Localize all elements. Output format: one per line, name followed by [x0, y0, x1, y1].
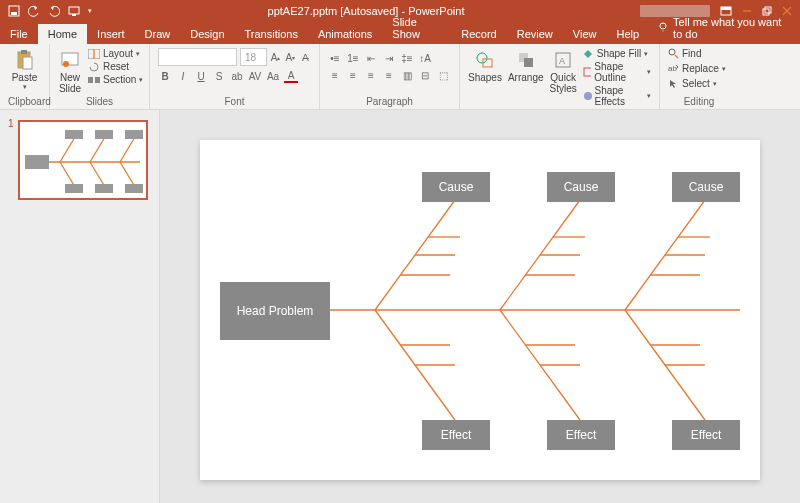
- align-right-icon[interactable]: ≡: [364, 68, 378, 82]
- change-case-icon[interactable]: Aa: [266, 69, 280, 83]
- arrange-icon: [514, 48, 538, 72]
- shadow-icon[interactable]: ab: [230, 69, 244, 83]
- font-label: Font: [158, 96, 311, 107]
- increase-font-icon[interactable]: A▴: [270, 50, 282, 64]
- layout-button[interactable]: Layout▾: [88, 48, 143, 59]
- align-text-icon[interactable]: ⊟: [418, 68, 432, 82]
- home-tab[interactable]: Home: [38, 24, 87, 44]
- new-slide-button[interactable]: New Slide: [58, 48, 82, 94]
- bullets-icon[interactable]: •≡: [328, 51, 342, 65]
- help-tab[interactable]: Help: [606, 24, 649, 44]
- slide[interactable]: Head Problem Cause Cause Cause Effect Ef…: [200, 140, 760, 480]
- section-button[interactable]: Section▾: [88, 74, 143, 85]
- replace-button[interactable]: abReplace▾: [668, 63, 730, 74]
- svg-rect-25: [524, 58, 533, 67]
- shape-effects-button[interactable]: Shape Effects▾: [583, 85, 651, 107]
- decrease-font-icon[interactable]: A▾: [284, 50, 296, 64]
- svg-text:A: A: [559, 56, 565, 66]
- reset-button[interactable]: Reset: [88, 61, 143, 72]
- insert-tab[interactable]: Insert: [87, 24, 135, 44]
- lightbulb-icon: [657, 21, 669, 35]
- paste-button[interactable]: Paste ▾: [8, 48, 41, 91]
- bold-icon[interactable]: B: [158, 69, 172, 83]
- shape-outline-button[interactable]: Shape Outline▾: [583, 61, 651, 83]
- animations-tab[interactable]: Animations: [308, 24, 382, 44]
- transitions-tab[interactable]: Transitions: [235, 24, 308, 44]
- cause-box-2[interactable]: Cause: [547, 172, 615, 202]
- select-icon: [668, 78, 679, 89]
- select-button[interactable]: Select▾: [668, 78, 730, 89]
- cause-text: Cause: [564, 180, 599, 194]
- reset-icon: [88, 62, 100, 72]
- font-family-combo[interactable]: [158, 48, 237, 66]
- effect-text: Effect: [691, 428, 721, 442]
- arrange-button[interactable]: Arrange: [508, 48, 544, 83]
- align-center-icon[interactable]: ≡: [346, 68, 360, 82]
- head-problem-text: Head Problem: [237, 304, 314, 318]
- start-from-beginning-icon[interactable]: [68, 5, 80, 17]
- svg-rect-28: [584, 68, 592, 76]
- slide-canvas-area[interactable]: Head Problem Cause Cause Cause Effect Ef…: [160, 110, 800, 503]
- svg-rect-1: [11, 12, 17, 15]
- text-direction-icon[interactable]: ↕A: [418, 51, 432, 65]
- font-color-icon[interactable]: A: [284, 69, 298, 83]
- svg-line-38: [120, 137, 135, 162]
- tell-me-search[interactable]: Tell me what you want to do: [649, 12, 800, 44]
- svg-point-17: [63, 61, 69, 67]
- clear-formatting-icon[interactable]: A̶: [299, 50, 311, 64]
- shape-fill-button[interactable]: Shape Fill▾: [583, 48, 651, 59]
- quick-styles-button[interactable]: AQuick Styles: [550, 48, 577, 94]
- review-tab[interactable]: Review: [507, 24, 563, 44]
- underline-icon[interactable]: U: [194, 69, 208, 83]
- columns-icon[interactable]: ▥: [400, 68, 414, 82]
- justify-icon[interactable]: ≡: [382, 68, 396, 82]
- quick-styles-label: Quick Styles: [550, 72, 577, 94]
- smartart-icon[interactable]: ⬚: [436, 68, 450, 82]
- shapes-icon: [473, 48, 497, 72]
- paste-label: Paste: [12, 72, 38, 83]
- layout-icon: [88, 49, 100, 59]
- thumbnail-number: 1: [8, 118, 14, 200]
- effect-box-2[interactable]: Effect: [547, 420, 615, 450]
- align-left-icon[interactable]: ≡: [328, 68, 342, 82]
- head-problem-box[interactable]: Head Problem: [220, 282, 330, 340]
- fill-icon: [583, 49, 594, 59]
- font-size-combo[interactable]: 18: [240, 48, 267, 66]
- effect-box-1[interactable]: Effect: [422, 420, 490, 450]
- chevron-down-icon: ▾: [23, 83, 27, 91]
- effect-text: Effect: [441, 428, 471, 442]
- cause-box-3[interactable]: Cause: [672, 172, 740, 202]
- spacing-icon[interactable]: AV: [248, 69, 262, 83]
- italic-icon[interactable]: I: [176, 69, 190, 83]
- draw-tab[interactable]: Draw: [135, 24, 181, 44]
- line-spacing-icon[interactable]: ‡≡: [400, 51, 414, 65]
- paste-icon: [13, 48, 37, 72]
- slides-label: Slides: [58, 96, 141, 107]
- ribbon-tabs: File Home Insert Draw Design Transitions…: [0, 22, 800, 44]
- qat-dropdown-icon[interactable]: ▾: [88, 7, 92, 15]
- strikethrough-icon[interactable]: S: [212, 69, 226, 83]
- svg-point-30: [669, 49, 675, 55]
- increase-indent-icon[interactable]: ⇥: [382, 51, 396, 65]
- find-button[interactable]: Find: [668, 48, 730, 59]
- shape-outline-label: Shape Outline: [594, 61, 644, 83]
- save-icon[interactable]: [8, 5, 20, 17]
- cause-text: Cause: [439, 180, 474, 194]
- redo-icon[interactable]: [48, 5, 60, 17]
- shapes-button[interactable]: Shapes: [468, 48, 502, 83]
- slide-thumbnail-1[interactable]: [18, 120, 148, 200]
- slideshow-tab[interactable]: Slide Show: [382, 12, 451, 44]
- undo-icon[interactable]: [28, 5, 40, 17]
- decrease-indent-icon[interactable]: ⇤: [364, 51, 378, 65]
- numbering-icon[interactable]: 1≡: [346, 51, 360, 65]
- effect-box-3[interactable]: Effect: [672, 420, 740, 450]
- cause-text: Cause: [689, 180, 724, 194]
- work-area: 1: [0, 110, 800, 503]
- drawing-group: Shapes Arrange AQuick Styles Shape Fill▾…: [460, 44, 660, 109]
- file-tab[interactable]: File: [0, 24, 38, 44]
- svg-line-36: [90, 137, 105, 162]
- record-tab[interactable]: Record: [451, 24, 506, 44]
- cause-box-1[interactable]: Cause: [422, 172, 490, 202]
- design-tab[interactable]: Design: [180, 24, 234, 44]
- view-tab[interactable]: View: [563, 24, 607, 44]
